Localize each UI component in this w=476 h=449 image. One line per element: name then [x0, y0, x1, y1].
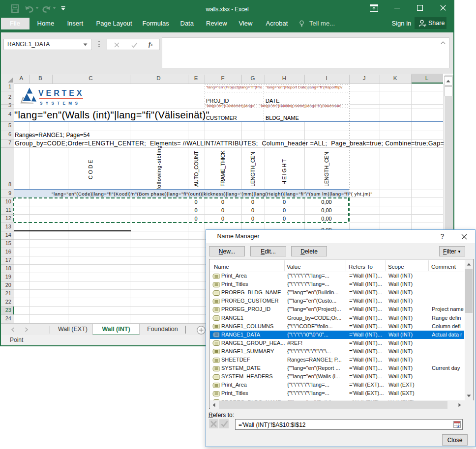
svg-text:SYSTEMS: SYSTEMS: [40, 101, 81, 106]
svg-text:VERTEX: VERTEX: [38, 89, 84, 97]
